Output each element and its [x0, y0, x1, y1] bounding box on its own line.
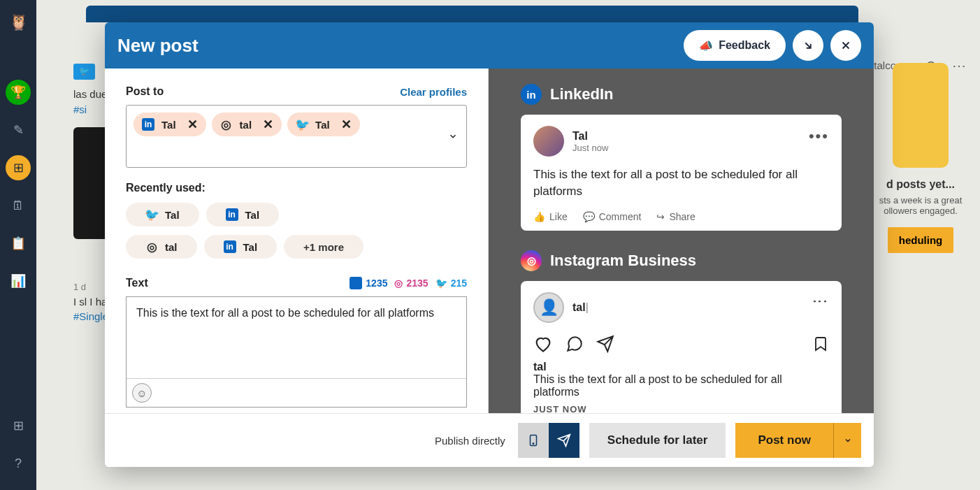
nav-compose-icon[interactable]: ✎: [6, 117, 31, 143]
owl-logo-icon[interactable]: 🦉: [6, 10, 31, 35]
like-label: Like: [549, 211, 568, 222]
profile-chip-instagram: ◎ tal ✕: [212, 113, 282, 136]
caption-user: tal: [533, 361, 829, 373]
share-label: Share: [669, 211, 695, 222]
linkedin-body: This is the text for all a post to be sc…: [533, 166, 829, 200]
counter-linkedin: in1235: [350, 277, 387, 289]
linkedin-when: Just now: [572, 143, 608, 153]
chip-label: Tal: [243, 241, 258, 253]
app-sidebar: 🦉 🏆 ✎ ⊞ 🗓 📋 📊 ⊞ ?: [0, 0, 36, 490]
counter-value: 1235: [366, 278, 387, 289]
compose-pane: Post to Clear profiles in Tal ✕ ◎ tal ✕ …: [105, 69, 489, 413]
counter-instagram: ◎2135: [394, 277, 428, 289]
post-now-button[interactable]: Post now: [735, 423, 833, 458]
nav-calendar-icon[interactable]: 🗓: [6, 193, 31, 218]
twitter-icon: 🐦: [296, 118, 308, 131]
share-icon: ↪: [656, 211, 665, 222]
linkedin-who: Tal: [572, 130, 608, 143]
bg-heading: d posts yet...: [868, 178, 973, 191]
comment-icon: 💬: [583, 211, 595, 222]
linkedin-icon: in: [142, 118, 154, 131]
bg-post1-hashtags: #si: [73, 103, 87, 115]
avatar: [533, 126, 564, 157]
profile-chip-twitter: 🐦 Tal ✕: [287, 113, 360, 136]
modal-footer: Publish directly Schedule for later Post…: [105, 413, 874, 467]
publish-mobile-button[interactable]: [518, 423, 549, 458]
textarea-toolbar: ☺: [127, 378, 466, 407]
comment-button[interactable]: 💬Comment: [583, 211, 642, 222]
close-button[interactable]: [830, 30, 861, 61]
linkedin-card: Tal Just now ••• This is the text for al…: [521, 115, 842, 231]
bg-right-pane: d posts yet... sts a week is a great oll…: [861, 49, 980, 267]
megaphone-icon: 📣: [699, 39, 713, 52]
instagram-icon: ◎: [521, 250, 542, 271]
twitter-icon: 🐦: [145, 208, 158, 221]
chevron-down-icon[interactable]: [448, 131, 458, 141]
minimize-button[interactable]: [793, 30, 823, 61]
modal-title: New post: [117, 35, 677, 57]
nav-apps-icon[interactable]: ⊞: [6, 413, 31, 438]
heart-icon[interactable]: [533, 334, 553, 354]
publish-mode-toggle: [518, 423, 579, 458]
instagram-time: JUST NOW: [533, 404, 829, 413]
chip-label: tal: [240, 119, 252, 131]
nav-clipboard-icon[interactable]: 📋: [6, 231, 31, 256]
recently-used-label: Recently used:: [126, 182, 467, 194]
twitter-icon: 🐦: [435, 278, 447, 289]
recent-profiles-row2: ◎ tal in Tal +1 more: [126, 235, 467, 259]
linkedin-icon: in: [226, 208, 238, 221]
chip-label: tal: [165, 241, 178, 253]
like-icon: 👍: [533, 211, 545, 222]
recent-chip-twitter[interactable]: 🐦 Tal: [126, 203, 199, 226]
linkedin-icon: in: [224, 240, 236, 253]
bg-scheduling-button[interactable]: heduling: [888, 227, 954, 253]
publish-direct-button[interactable]: [549, 423, 579, 458]
chip-label: Tal: [315, 119, 330, 131]
chip-label: Tal: [161, 119, 176, 131]
emoji-button[interactable]: ☺: [132, 383, 152, 403]
nav-trophy-icon[interactable]: 🏆: [6, 80, 31, 105]
profile-select[interactable]: in Tal ✕ ◎ tal ✕ 🐦 Tal ✕: [126, 105, 467, 168]
text-label: Text: [126, 277, 148, 289]
send-icon[interactable]: [596, 335, 614, 353]
new-post-modal: New post 📣 Feedback Post to Clear profil…: [105, 22, 874, 467]
comment-icon[interactable]: [565, 335, 584, 353]
profile-chip-linkedin: in Tal ✕: [134, 113, 206, 136]
recent-more-button[interactable]: +1 more: [284, 235, 363, 259]
bg-sub: sts a week is a great ollowers engaged.: [868, 195, 973, 216]
chip-remove-icon[interactable]: ✕: [341, 117, 352, 132]
char-counters: in1235 ◎2135 🐦215: [350, 277, 467, 289]
nav-help-icon[interactable]: ?: [6, 451, 31, 476]
caption-text: This is the text for all a post to be sc…: [533, 373, 829, 398]
nav-streams-icon[interactable]: ⊞: [6, 155, 31, 180]
linkedin-actions: 👍Like 💬Comment ↪Share: [533, 211, 829, 222]
chip-remove-icon[interactable]: ✕: [187, 117, 198, 132]
post-now-dropdown[interactable]: [833, 423, 861, 458]
instagram-caption: tal This is the text for all a post to b…: [533, 361, 829, 398]
recent-chip-linkedin[interactable]: in Tal: [206, 203, 280, 226]
counter-value: 2135: [406, 278, 428, 289]
bookmark-icon[interactable]: [812, 336, 829, 352]
post-to-label: Post to: [126, 85, 164, 98]
instagram-actions: [533, 334, 829, 354]
publish-directly-label: Publish directly: [435, 435, 505, 447]
instagram-card: 👤 tal| ⋮: [521, 281, 842, 413]
post-textarea[interactable]: [127, 297, 466, 378]
preview-pane: in LinkedIn Tal Just now ••• This is the…: [489, 69, 874, 413]
share-button[interactable]: ↪Share: [656, 211, 695, 222]
modal-header: New post 📣 Feedback: [105, 22, 874, 69]
post-now-group: Post now: [735, 423, 861, 458]
nav-analytics-icon[interactable]: 📊: [6, 268, 31, 294]
card-menu-icon[interactable]: ⋮: [811, 294, 829, 310]
schedule-later-button[interactable]: Schedule for later: [589, 423, 726, 458]
card-menu-icon[interactable]: •••: [809, 127, 829, 145]
recent-chip-linkedin-2[interactable]: in Tal: [204, 235, 278, 259]
comment-label: Comment: [599, 211, 642, 222]
linkedin-icon: in: [521, 84, 542, 105]
clear-profiles-link[interactable]: Clear profiles: [400, 86, 467, 98]
recent-chip-instagram[interactable]: ◎ tal: [126, 235, 197, 259]
counter-value: 215: [451, 278, 467, 289]
like-button[interactable]: 👍Like: [533, 211, 568, 222]
chip-remove-icon[interactable]: ✕: [263, 117, 273, 132]
feedback-button[interactable]: 📣 Feedback: [684, 30, 786, 61]
